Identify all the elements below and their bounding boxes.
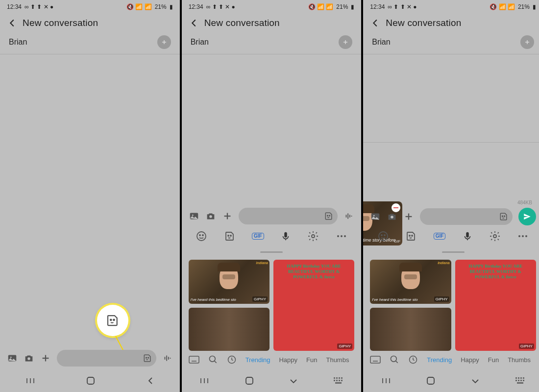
status-icons-left: ∞ ⬆ ⬆ ✕ ● — [206, 3, 235, 10]
sticker-tab[interactable] — [405, 230, 417, 242]
gallery-icon[interactable] — [189, 211, 199, 221]
camera-icon[interactable] — [24, 353, 34, 364]
search-icon[interactable] — [390, 355, 399, 365]
camera-icon[interactable] — [387, 211, 397, 222]
page-title: New conversation — [204, 18, 280, 28]
nav-home[interactable] — [426, 376, 435, 387]
svg-rect-79 — [466, 232, 469, 238]
message-input[interactable] — [420, 208, 513, 225]
svg-point-2 — [110, 319, 112, 321]
keyboard-icon[interactable] — [189, 356, 199, 364]
back-button[interactable] — [189, 18, 199, 28]
drag-handle[interactable] — [442, 251, 465, 253]
category-thumbs[interactable]: Thumbs — [508, 356, 531, 364]
add-recipient-button[interactable] — [339, 35, 352, 49]
battery-pct: 21% — [518, 3, 530, 10]
gallery-icon[interactable] — [7, 353, 18, 364]
gif-tab-active[interactable]: GIF — [252, 233, 264, 240]
nav-keyboard-icon[interactable] — [515, 377, 525, 386]
sticker-icon[interactable] — [143, 353, 152, 363]
svg-point-39 — [312, 235, 315, 238]
nav-home[interactable] — [86, 376, 95, 387]
add-recipient-button[interactable] — [157, 35, 171, 49]
message-input[interactable] — [239, 208, 338, 224]
nav-down[interactable] — [289, 377, 298, 386]
category-fun[interactable]: Fun — [306, 356, 317, 364]
search-icon[interactable] — [208, 355, 218, 365]
back-button[interactable] — [370, 18, 381, 28]
keyboard-tab-row: GIF — [182, 230, 362, 242]
recent-icon[interactable] — [227, 355, 237, 365]
svg-rect-57 — [336, 377, 338, 379]
keyboard-tab-row: GIF — [363, 230, 539, 242]
highlight-sticker-callout — [97, 305, 128, 336]
svg-point-87 — [391, 356, 397, 362]
svg-rect-62 — [339, 380, 340, 381]
svg-point-22 — [192, 215, 194, 216]
svg-point-83 — [522, 235, 524, 237]
gallery-icon[interactable] — [370, 211, 381, 222]
emoji-tab[interactable] — [377, 230, 389, 242]
gif-tab-active[interactable]: GIF — [434, 233, 446, 240]
category-trending[interactable]: Trending — [427, 356, 452, 364]
category-trending[interactable]: Trending — [245, 356, 270, 364]
svg-point-75 — [381, 235, 382, 236]
recipient-name: Brian — [191, 38, 209, 47]
clock: 12:34 — [7, 3, 22, 10]
system-nav — [182, 371, 362, 392]
keyboard-icon[interactable] — [370, 356, 381, 364]
nav-home[interactable] — [245, 376, 254, 387]
voice-icon[interactable] — [162, 353, 173, 364]
svg-point-35 — [228, 235, 229, 236]
nav-recents[interactable] — [381, 377, 391, 387]
svg-rect-37 — [284, 232, 287, 238]
svg-rect-64 — [335, 382, 342, 384]
gif-tile-birthday[interactable]: GIPHY — [273, 260, 354, 351]
nav-keyboard-icon[interactable] — [334, 377, 343, 386]
settings-icon[interactable] — [307, 230, 319, 242]
category-row: Trending Happy Fun Thumbs — [182, 355, 362, 365]
more-icon[interactable] — [517, 234, 529, 238]
svg-rect-99 — [518, 380, 519, 381]
drag-handle[interactable] — [260, 251, 283, 253]
nav-back[interactable] — [147, 377, 154, 387]
add-recipient-button[interactable] — [520, 35, 534, 49]
category-thumbs[interactable]: Thumbs — [326, 356, 349, 364]
svg-rect-55 — [246, 377, 253, 384]
recent-icon[interactable] — [408, 355, 418, 365]
category-fun[interactable]: Fun — [488, 356, 499, 364]
more-icon[interactable] — [336, 234, 347, 238]
gif-tile-birthday[interactable]: GIPHY — [455, 260, 536, 351]
battery-icon: ▮ — [170, 3, 173, 10]
emoji-tab[interactable] — [196, 230, 207, 242]
gif-tile-hands[interactable] — [370, 308, 451, 351]
svg-rect-94 — [515, 377, 517, 379]
category-happy[interactable]: Happy — [279, 356, 297, 364]
camera-icon[interactable] — [205, 211, 216, 221]
category-happy[interactable]: Happy — [461, 356, 479, 364]
svg-point-34 — [202, 235, 203, 236]
gif-grid: IndianaI've heard this bedtime stoGIPHY … — [370, 260, 536, 351]
mic-icon[interactable] — [462, 231, 473, 242]
message-input[interactable] — [57, 350, 156, 367]
sticker-icon[interactable] — [499, 212, 509, 221]
svg-point-10 — [147, 357, 148, 358]
nav-recents[interactable] — [25, 377, 35, 387]
voice-icon[interactable] — [343, 211, 354, 221]
add-icon[interactable] — [222, 211, 233, 221]
sticker-tab[interactable] — [224, 230, 236, 242]
add-icon[interactable] — [403, 211, 414, 222]
sticker-icon[interactable] — [324, 211, 334, 221]
nav-recents[interactable] — [199, 377, 209, 387]
add-icon[interactable] — [40, 353, 51, 364]
send-button[interactable] — [518, 208, 536, 225]
settings-icon[interactable] — [489, 230, 501, 242]
back-button[interactable] — [7, 18, 18, 28]
svg-line-88 — [396, 361, 398, 363]
gif-tile-indiana[interactable]: IndianaI've heard this bedtime stoGIPHY — [189, 260, 270, 304]
gif-tile-indiana[interactable]: IndianaI've heard this bedtime stoGIPHY — [370, 260, 451, 304]
gif-tile-hands[interactable] — [189, 308, 270, 351]
nav-down[interactable] — [471, 377, 480, 386]
page-title: New conversation — [386, 18, 461, 28]
mic-icon[interactable] — [280, 231, 291, 242]
